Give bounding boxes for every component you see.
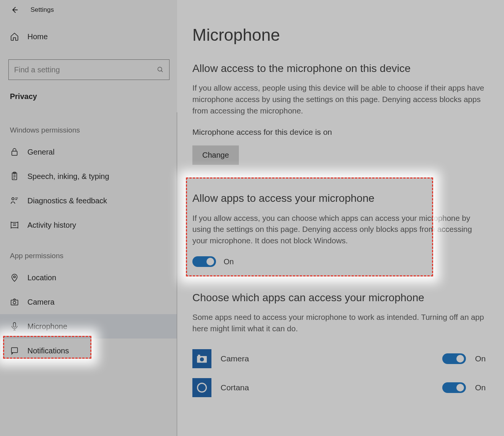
cortana-app-icon — [197, 383, 207, 393]
sidebar-item-label: Speech, inking, & typing — [27, 172, 109, 181]
feedback-icon — [10, 196, 19, 205]
section-heading-choose-apps: Choose which apps can access your microp… — [192, 290, 489, 306]
sidebar-item-diagnostics[interactable]: Diagnostics & feedback — [0, 188, 177, 213]
section-heading-app-access: Allow apps to access your microphone — [192, 191, 489, 206]
search-input[interactable] — [14, 65, 157, 74]
app-toggle-state: On — [475, 353, 486, 364]
sidebar-section-privacy: Privacy — [0, 91, 177, 112]
sidebar-item-camera[interactable]: Camera — [0, 290, 177, 314]
content-pane: Microphone Allow access to the microphon… — [177, 0, 504, 436]
page-title: Microphone — [192, 23, 489, 47]
sidebar-item-label: Activity history — [27, 221, 76, 230]
back-button[interactable] — [9, 5, 20, 15]
search-icon — [157, 66, 164, 73]
svg-point-8 — [13, 301, 16, 304]
sidebar-group-windows-permissions: Windows permissions — [0, 112, 177, 140]
sidebar-item-location[interactable]: Location — [0, 265, 177, 290]
app-name: Camera — [221, 353, 433, 364]
lock-icon — [10, 147, 19, 157]
notifications-icon — [10, 346, 19, 355]
section-description: Some apps need to access your microphone… — [192, 311, 489, 334]
app-title: Settings — [30, 6, 54, 14]
sidebar-item-label: General — [27, 148, 54, 157]
app-toggle[interactable] — [442, 353, 466, 364]
sidebar-item-activity-history[interactable]: Activity history — [0, 213, 177, 237]
arrow-left-icon — [10, 6, 19, 14]
sidebar-item-label: Diagnostics & feedback — [27, 196, 107, 205]
app-tile-cortana — [192, 378, 211, 397]
svg-rect-10 — [11, 348, 18, 353]
app-row: Cortana On — [192, 373, 489, 402]
sidebar-divider — [177, 112, 177, 436]
sidebar-item-label: Notifications — [27, 347, 69, 355]
sidebar-item-label: Microphone — [27, 322, 67, 331]
device-access-status: Microphone access for this device is on — [192, 126, 489, 138]
allow-apps-toggle[interactable] — [192, 256, 216, 267]
app-tile-camera — [192, 349, 211, 368]
sidebar-item-notifications[interactable]: Notifications — [0, 339, 177, 363]
app-row: Camera On — [192, 344, 489, 373]
sidebar-item-home[interactable]: Home — [0, 24, 177, 49]
sidebar-item-general[interactable]: General — [0, 140, 177, 164]
svg-rect-7 — [11, 300, 18, 305]
toggle-state-label: On — [224, 256, 234, 267]
settings-sidebar: Settings Home Privacy Windows permission… — [0, 0, 177, 436]
app-toggle[interactable] — [442, 382, 466, 393]
svg-rect-13 — [198, 355, 200, 356]
sidebar-item-speech[interactable]: Speech, inking, & typing — [0, 164, 177, 188]
change-button[interactable]: Change — [192, 145, 239, 165]
svg-rect-5 — [11, 222, 18, 228]
sidebar-item-microphone[interactable]: Microphone — [0, 314, 177, 339]
location-icon — [10, 273, 19, 282]
svg-rect-9 — [13, 323, 16, 327]
svg-point-12 — [200, 357, 204, 361]
svg-point-0 — [158, 67, 162, 71]
sidebar-group-app-permissions: App permissions — [0, 237, 177, 265]
sidebar-item-label: Home — [27, 32, 48, 41]
svg-point-6 — [14, 276, 16, 278]
sidebar-item-label: Location — [27, 273, 56, 282]
section-description: If you allow access, people using this d… — [192, 82, 489, 116]
section-description: If you allow access, you can choose whic… — [192, 212, 489, 246]
app-toggle-state: On — [475, 382, 486, 393]
section-heading-device-access: Allow access to the microphone on this d… — [192, 61, 489, 77]
camera-icon — [10, 297, 19, 307]
svg-point-4 — [12, 198, 14, 200]
svg-rect-1 — [12, 151, 17, 155]
search-input-wrap[interactable] — [8, 59, 170, 80]
home-icon — [10, 32, 19, 41]
sidebar-item-label: Camera — [27, 298, 54, 307]
app-name: Cortana — [221, 382, 433, 393]
camera-app-icon — [197, 354, 207, 363]
microphone-icon — [10, 322, 19, 331]
activity-icon — [10, 220, 19, 230]
clipboard-icon — [10, 172, 19, 181]
